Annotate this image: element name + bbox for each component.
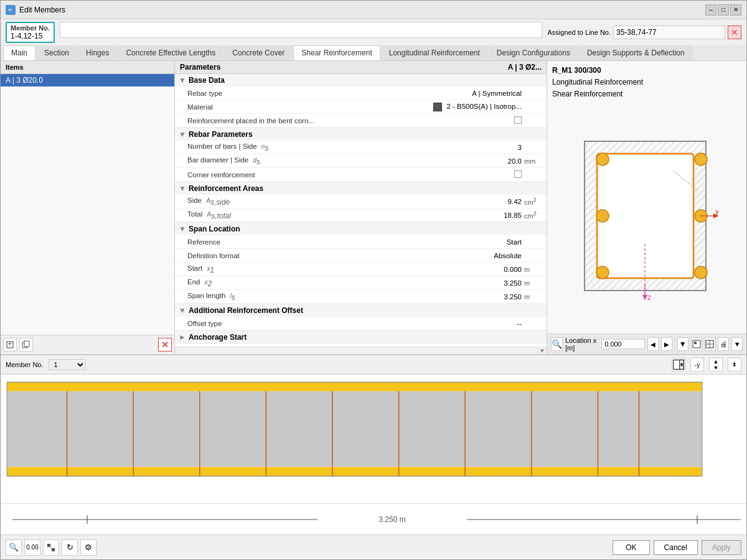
step-back-btn[interactable]: ◀ <box>647 337 659 351</box>
param-label-corner-reinf: Corner reinforcement <box>187 171 447 179</box>
param-value-bar-diameter: 20.0 <box>447 157 522 165</box>
checkbox-corner-reinf[interactable] <box>514 170 522 178</box>
svg-point-8 <box>596 153 609 166</box>
dimension-svg: 3.250 m <box>1 504 746 535</box>
coord-tool-btn[interactable]: 0.00 <box>24 539 40 556</box>
section-diagram-area: y z <box>547 105 746 334</box>
param-unit-start: m <box>524 266 543 273</box>
rotate-tool-btn[interactable]: ↻ <box>62 539 78 556</box>
param-unit-bar-diameter: mm <box>524 157 543 165</box>
list-item[interactable]: A | 3 Ø20.0 <box>1 74 174 86</box>
param-span-length: Span length ls 3.250 m <box>175 290 547 304</box>
view-btn1[interactable] <box>691 337 702 351</box>
footer-actions: OK Cancel Apply <box>613 540 741 555</box>
param-value-area-total: 18.85 <box>447 212 522 219</box>
svg-marker-21 <box>642 295 647 300</box>
bottom-view-icon4[interactable]: ⬍ <box>728 358 741 371</box>
apply-button[interactable]: Apply <box>702 540 741 555</box>
param-label-offset-type: Offset type <box>187 320 447 327</box>
param-material: Material 2 - B500S(A) | Isotrop... <box>175 100 547 114</box>
group-span-location: ▼ Span Location Reference Start Definiti… <box>175 223 547 304</box>
param-def-format: Definition format Absolute <box>175 249 547 263</box>
param-value-start: 0.000 <box>447 266 522 273</box>
right-bottom-bar: 🔍 Location x [m] ◀ ▶ ▼ 🖨 ▼ <box>547 334 746 354</box>
param-label-def-format: Definition format <box>187 252 447 259</box>
items-toolbar: + ✕ <box>1 335 174 354</box>
param-label-material: Material <box>187 103 433 111</box>
cancel-button[interactable]: Cancel <box>654 540 698 555</box>
shear-label: Shear Reinforcement <box>552 88 741 100</box>
assigned-input[interactable] <box>613 26 725 39</box>
bottom-member-row: Member No. 1 -y ▲▼ ⬍ <box>1 355 746 375</box>
group-header-base-data[interactable]: ▼ Base Data <box>175 74 547 86</box>
svg-rect-3 <box>24 341 29 347</box>
tab-concrete-effective[interactable]: Concrete Effective Lengths <box>118 45 223 60</box>
filter-btn[interactable]: ▼ <box>677 337 688 351</box>
delete-item-btn[interactable]: ✕ <box>158 338 172 352</box>
params-header: Parameters A | 3 Ø2... <box>175 61 547 74</box>
param-value-def-format: Absolute <box>447 252 522 259</box>
params-right: A | 3 Ø2... <box>508 63 542 72</box>
svg-text:+: + <box>7 340 12 348</box>
member-no-label: Member No. <box>11 24 50 32</box>
params-scrollbar[interactable]: ▼ <box>175 347 547 354</box>
member-input[interactable] <box>60 22 543 38</box>
tab-hinges[interactable]: Hinges <box>78 45 117 60</box>
group-anchorage-start: ► Anchorage Start <box>175 331 547 344</box>
bottom-view-icon3[interactable]: ▲▼ <box>709 358 723 371</box>
params-label: Parameters <box>180 63 220 72</box>
param-offset-type: Offset type -- <box>175 317 547 330</box>
maximize-button[interactable]: □ <box>718 4 729 16</box>
tab-main[interactable]: Main <box>3 45 35 60</box>
location-label: Location x [m] <box>565 337 599 352</box>
param-label-end: End x2 <box>187 278 447 288</box>
minimize-button[interactable]: – <box>705 4 716 16</box>
group-header-additional-offset[interactable]: ▼ Additional Reinforcement Offset <box>175 304 547 317</box>
param-num-bars: Number of bars | Side ns 3 <box>175 141 547 154</box>
svg-text:3.250 m: 3.250 m <box>378 515 405 524</box>
footer: 🔍 0.00 ↻ ⚙ OK Cancel Apply <box>1 534 746 559</box>
bottom-view-icon1[interactable] <box>672 358 685 371</box>
step-forward-btn[interactable]: ▶ <box>661 337 672 351</box>
group-base-data: ▼ Base Data Rebar type A | Symmetrical M… <box>175 74 547 128</box>
snap-tool-btn[interactable] <box>43 539 59 556</box>
view-icon-btn[interactable]: 🔍 <box>551 337 563 351</box>
bottom-view-icon2[interactable]: -y <box>690 358 704 371</box>
group-header-anchorage-start[interactable]: ► Anchorage Start <box>175 331 547 343</box>
assigned-label: Assigned to Line No. <box>547 29 611 36</box>
section-svg: y z <box>575 135 718 303</box>
clear-assigned-btn[interactable]: ✕ <box>728 26 741 39</box>
settings-tool-btn[interactable]: ⚙ <box>80 539 96 556</box>
tab-concrete-cover[interactable]: Concrete Cover <box>224 45 293 60</box>
group-header-span-location[interactable]: ▼ Span Location <box>175 223 547 235</box>
tab-design-supports[interactable]: Design Supports & Deflection <box>579 45 693 60</box>
tab-design-config[interactable]: Design Configurations <box>489 45 578 60</box>
bottom-member-select[interactable]: 1 <box>49 359 86 370</box>
close-button[interactable]: ✕ <box>730 4 741 16</box>
items-header: Items <box>1 61 174 74</box>
checkbox-bent-corner[interactable] <box>514 116 522 124</box>
group-header-rebar-params[interactable]: ▼ Rebar Parameters <box>175 128 547 141</box>
copy-item-btn[interactable] <box>19 338 33 352</box>
svg-point-12 <box>596 210 609 222</box>
group-header-reinf-areas[interactable]: ▼ Reinforcement Areas <box>175 182 547 195</box>
tab-shear[interactable]: Shear Reinforcement <box>293 45 380 60</box>
param-unit-area-side: cm2 <box>524 197 543 206</box>
tab-longitudinal[interactable]: Longitudinal Reinforcement <box>381 45 488 60</box>
view-btn2[interactable] <box>705 337 716 351</box>
print-btn[interactable]: 🖨 <box>718 337 729 351</box>
param-unit-span-length: m <box>524 293 543 301</box>
group-additional-offset: ▼ Additional Reinforcement Offset Offset… <box>175 304 547 331</box>
param-rebar-type: Rebar type A | Symmetrical <box>175 86 547 100</box>
param-label-area-total: Total As,total <box>187 210 447 220</box>
ok-button[interactable]: OK <box>613 540 649 555</box>
bottom-area: Member No. 1 -y ▲▼ ⬍ <box>1 354 746 534</box>
window-title: Edit Members <box>19 6 702 14</box>
dimension-area: 3.250 m <box>1 503 746 534</box>
param-value-span-length: 3.250 <box>447 293 522 301</box>
more-btn[interactable]: ▼ <box>731 337 743 351</box>
location-input[interactable] <box>601 339 645 349</box>
search-tool-btn[interactable]: 🔍 <box>6 539 22 556</box>
tab-section[interactable]: Section <box>36 45 77 60</box>
add-item-btn[interactable]: + <box>3 338 17 352</box>
